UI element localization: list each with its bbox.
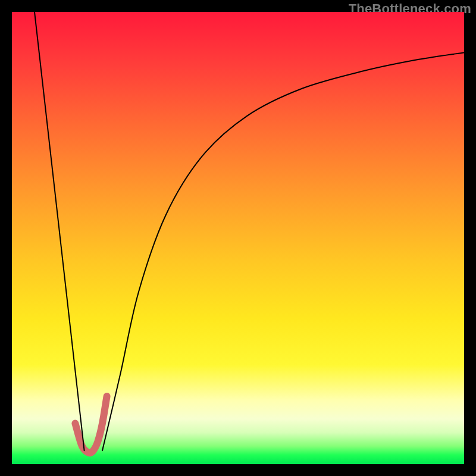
chart-svg (12, 12, 464, 464)
right-curve-path (102, 52, 464, 450)
plot-area (12, 12, 464, 464)
left-line-path (35, 12, 84, 450)
chart-frame: TheBottleneck.com (0, 0, 476, 476)
valley-highlight-path (75, 396, 107, 453)
